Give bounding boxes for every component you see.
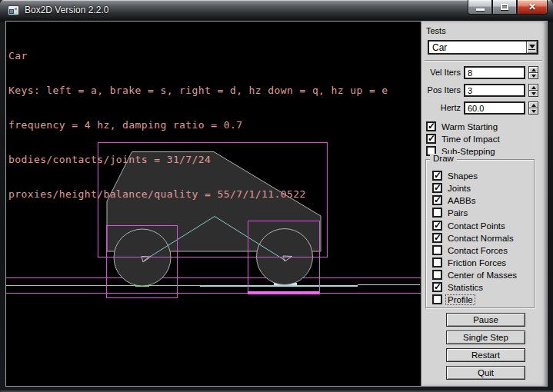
triangle-down-icon — [531, 75, 536, 78]
checkbox-label: Profile — [446, 295, 475, 304]
maximize-icon — [501, 4, 508, 10]
triangle-up-icon — [531, 68, 536, 71]
checkbox-label: Joints — [446, 184, 472, 193]
checkbox-box[interactable] — [432, 294, 442, 304]
checkbox-statistics[interactable]: Statistics — [432, 282, 485, 292]
checkbox-friction-forces[interactable]: Friction Forces — [432, 257, 508, 267]
checkbox-warm-starting[interactable]: Warm Starting — [426, 121, 499, 131]
checkbox-box[interactable] — [432, 221, 442, 231]
checkbox-box[interactable] — [432, 270, 442, 280]
vel-iters-input[interactable] — [464, 66, 525, 79]
vel-iters-spinner — [528, 66, 538, 79]
maximize-button[interactable] — [492, 0, 517, 15]
checkbox-label: AABBs — [446, 196, 477, 205]
control-sidebar: Tests Car Vel Iters Pos Iters — [421, 22, 547, 386]
spinner-down-button[interactable] — [528, 73, 538, 79]
stats-line-bodies: bodies/contacts/joints = 31/7/24 — [8, 154, 388, 165]
triangle-up-icon — [531, 86, 536, 89]
minimize-button[interactable] — [468, 0, 492, 15]
hertz-spinner — [528, 101, 538, 115]
draw-group-title: Draw — [430, 154, 457, 163]
checkbox-profile[interactable]: Profile — [432, 294, 475, 304]
separator — [425, 60, 542, 61]
checkbox-label: Pairs — [446, 208, 469, 218]
title-bar[interactable]: Box2D Version 2.2.0 ✕ — [0, 0, 553, 22]
pos-iters-row: Pos Iters — [421, 84, 548, 97]
minimize-icon — [476, 8, 485, 11]
app-window: Box2D Version 2.2.0 ✕ — [0, 0, 553, 392]
checkbox-aabbs[interactable]: AABBs — [432, 195, 477, 205]
checkbox-center-of-masses[interactable]: Center of Masses — [432, 270, 518, 280]
triangle-down-icon — [531, 110, 536, 113]
hertz-row: Hertz — [421, 101, 548, 115]
checkbox-shapes[interactable]: Shapes — [432, 171, 479, 181]
checkbox-label: Contact Points — [446, 221, 507, 231]
checkbox-box[interactable] — [432, 233, 442, 243]
checkbox-pairs[interactable]: Pairs — [432, 208, 469, 218]
stats-text: Car Keys: left = a, brake = s, right = d… — [8, 27, 388, 223]
tests-label: Tests — [426, 26, 446, 35]
app-icon-dot — [15, 8, 17, 10]
spinner-down-button[interactable] — [528, 108, 538, 115]
hertz-input[interactable] — [464, 101, 525, 115]
triangle-up-icon — [531, 104, 536, 107]
checkbox-box[interactable] — [432, 208, 442, 218]
stats-line-title: Car — [8, 50, 388, 61]
checkbox-box[interactable] — [432, 245, 442, 255]
triangle-down-icon — [531, 92, 536, 95]
app-icon[interactable] — [8, 5, 19, 15]
checkbox-contact-forces[interactable]: Contact Forces — [432, 245, 509, 255]
pause-button[interactable]: Pause — [446, 313, 525, 327]
checkbox-time-of-impact[interactable]: Time of Impact — [426, 134, 501, 144]
close-button[interactable]: ✕ — [517, 0, 548, 15]
pos-iters-input[interactable] — [464, 84, 525, 97]
spinner-up-button[interactable] — [528, 66, 538, 73]
checkbox-label: Contact Normals — [446, 234, 515, 243]
checkbox-box[interactable] — [432, 171, 442, 181]
simulation-canvas[interactable]: Car Keys: left = a, brake = s, right = d… — [6, 22, 421, 386]
restart-button[interactable]: Restart — [446, 348, 525, 362]
checkbox-box[interactable] — [432, 195, 442, 205]
checkbox-label: Contact Forces — [446, 246, 509, 255]
checkbox-box[interactable] — [432, 282, 442, 292]
chevron-underline — [528, 49, 535, 50]
spinner-down-button[interactable] — [528, 91, 538, 97]
tests-dropdown-arrow-button[interactable] — [526, 42, 537, 53]
window-controls: ✕ — [468, 0, 548, 15]
tests-dropdown-value: Car — [429, 42, 526, 53]
vel-iters-row: Vel Iters — [421, 66, 548, 79]
quit-button[interactable]: Quit — [446, 366, 525, 380]
app-icon-pane — [9, 9, 14, 14]
single-step-button[interactable]: Single Step — [446, 331, 525, 344]
checkbox-label: Statistics — [446, 283, 485, 292]
checkbox-box[interactable] — [426, 134, 436, 144]
pos-iters-label: Pos Iters — [421, 85, 461, 95]
tests-dropdown[interactable]: Car — [428, 40, 538, 55]
vel-iters-label: Vel Iters — [421, 68, 461, 77]
chevron-down-icon — [529, 45, 535, 48]
pos-iters-spinner — [528, 84, 538, 97]
checkbox-box[interactable] — [426, 121, 436, 131]
spinner-up-button[interactable] — [528, 84, 538, 91]
checkbox-label: Friction Forces — [446, 258, 508, 267]
checkbox-box[interactable] — [432, 257, 442, 267]
close-icon: ✕ — [528, 2, 536, 12]
stats-line-proxies: proxies/height/balance/quality = 55/7/1/… — [8, 188, 388, 200]
checkbox-joints[interactable]: Joints — [432, 183, 472, 193]
checkbox-label: Center of Masses — [446, 271, 518, 280]
checkbox-label: Warm Starting — [440, 122, 499, 131]
hertz-label: Hertz — [421, 103, 461, 112]
stats-line-keys: Keys: left = a, brake = s, right = d, hz… — [8, 85, 388, 96]
checkbox-box[interactable] — [432, 183, 442, 193]
stats-line-frequency: frequency = 4 hz, damping ratio = 0.7 — [8, 119, 388, 131]
checkbox-contact-normals[interactable]: Contact Normals — [432, 233, 515, 243]
client-area: Car Keys: left = a, brake = s, right = d… — [5, 21, 548, 387]
checkbox-label: Time of Impact — [440, 135, 501, 144]
checkbox-label: Shapes — [446, 171, 479, 181]
window-title: Box2D Version 2.2.0 — [25, 0, 108, 22]
checkbox-contact-points[interactable]: Contact Points — [432, 221, 507, 231]
spinner-up-button[interactable] — [528, 101, 538, 108]
